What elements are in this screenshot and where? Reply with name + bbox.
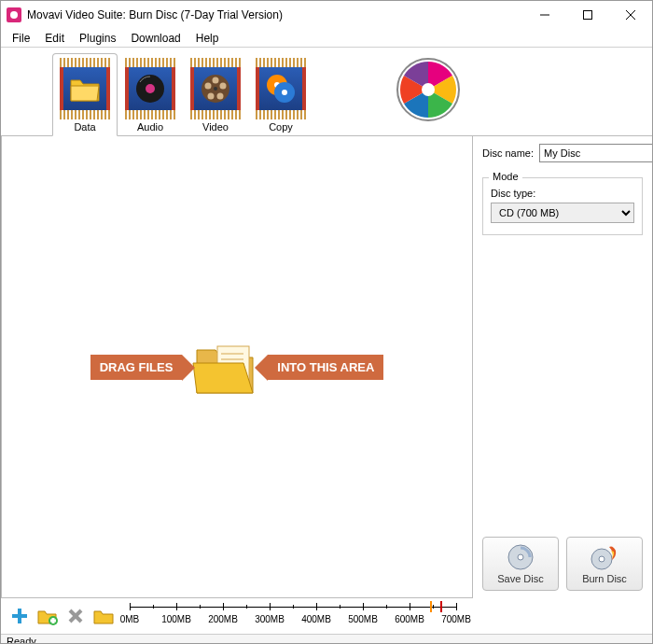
burn-disc-label: Burn Disc <box>582 573 627 584</box>
statusbar: Ready <box>1 634 652 644</box>
plus-icon <box>10 607 29 625</box>
drag-label-left: DRAG FILES <box>90 355 183 380</box>
sidebar: Disc name: Mode Disc type: CD (700 MB) S… <box>473 136 652 598</box>
svg-point-7 <box>213 77 219 84</box>
fill-marker <box>430 601 432 612</box>
status-text: Ready <box>7 636 36 644</box>
dropzone[interactable]: DRAG FILES INTO THIS AREA <box>1 136 473 598</box>
add-folder-button[interactable] <box>36 605 59 627</box>
discs-icon <box>265 73 297 105</box>
remove-button[interactable] <box>64 605 87 627</box>
titlebar: Movavi Video Suite: Burn Disc (7-Day Tri… <box>1 1 652 29</box>
folder-icon <box>93 608 114 624</box>
disc-name-label: Disc name: <box>482 147 534 159</box>
svg-point-12 <box>214 87 217 91</box>
burn-disc-button[interactable]: Burn Disc <box>566 537 643 591</box>
disc-name-input[interactable] <box>539 144 653 162</box>
browse-folder-button[interactable] <box>92 605 115 627</box>
mode-groupbox: Mode Disc type: CD (700 MB) <box>482 177 643 235</box>
svg-point-16 <box>282 90 287 95</box>
menubar: File Edit Plugins Download Help <box>1 29 652 48</box>
folder-open-icon <box>189 331 260 402</box>
tabs-row: Data Audio Video Copy <box>1 48 652 136</box>
tab-audio[interactable]: Audio <box>118 54 183 135</box>
add-button[interactable] <box>8 605 31 627</box>
minimize-button[interactable] <box>523 1 566 29</box>
tab-video-label: Video <box>183 121 248 133</box>
folder-plus-icon <box>37 607 58 625</box>
svg-rect-1 <box>584 11 592 20</box>
menu-help[interactable]: Help <box>188 30 227 47</box>
svg-point-9 <box>217 93 224 100</box>
menu-file[interactable]: File <box>5 30 37 47</box>
save-disc-label: Save Disc <box>497 573 544 584</box>
app-logo-icon <box>396 57 461 122</box>
action-buttons: Save Disc Burn Disc <box>482 537 643 591</box>
save-disc-icon <box>507 543 535 571</box>
window-title: Movavi Video Suite: Burn Disc (7-Day Tri… <box>27 8 523 21</box>
disc-type-label: Disc type: <box>491 188 634 199</box>
app-icon <box>7 7 21 22</box>
tab-copy[interactable]: Copy <box>248 54 313 135</box>
close-button[interactable] <box>609 1 652 29</box>
menu-download[interactable]: Download <box>123 30 188 47</box>
tab-data[interactable]: Data <box>52 53 118 136</box>
tab-video[interactable]: Video <box>183 54 248 135</box>
menu-edit[interactable]: Edit <box>37 30 72 47</box>
svg-point-5 <box>146 84 155 93</box>
tab-audio-label: Audio <box>118 121 183 133</box>
tab-copy-label: Copy <box>248 121 313 133</box>
svg-rect-29 <box>12 614 27 618</box>
record-icon <box>134 73 166 105</box>
disc-name-row: Disc name: <box>482 144 643 162</box>
svg-rect-32 <box>50 620 56 623</box>
svg-point-27 <box>599 556 604 562</box>
bottombar: 0MB 100MB 200MB 300MB 400MB 500MB 600MB … <box>1 598 652 634</box>
mode-title: Mode <box>489 171 522 182</box>
main-area: DRAG FILES INTO THIS AREA Disc name: Mod… <box>1 136 652 598</box>
svg-point-10 <box>208 93 215 100</box>
svg-point-25 <box>518 554 523 560</box>
menu-plugins[interactable]: Plugins <box>72 30 123 47</box>
tab-data-label: Data <box>53 121 117 133</box>
capacity-ruler: 0MB 100MB 200MB 300MB 400MB 500MB 600MB … <box>130 601 456 631</box>
disc-type-select[interactable]: CD (700 MB) <box>491 203 634 223</box>
drag-label-right: INTO THIS AREA <box>268 355 383 380</box>
drag-banner: DRAG FILES INTO THIS AREA <box>90 331 384 402</box>
burn-disc-icon <box>590 543 618 571</box>
filmreel-icon <box>200 73 231 105</box>
delete-icon <box>67 608 84 624</box>
folder-icon <box>69 75 101 103</box>
svg-point-18 <box>422 83 435 96</box>
maximize-button[interactable] <box>566 1 609 29</box>
save-disc-button[interactable]: Save Disc <box>482 537 559 591</box>
window-controls <box>523 1 652 29</box>
svg-point-11 <box>205 83 212 90</box>
svg-point-8 <box>220 83 227 90</box>
limit-marker <box>440 601 442 612</box>
